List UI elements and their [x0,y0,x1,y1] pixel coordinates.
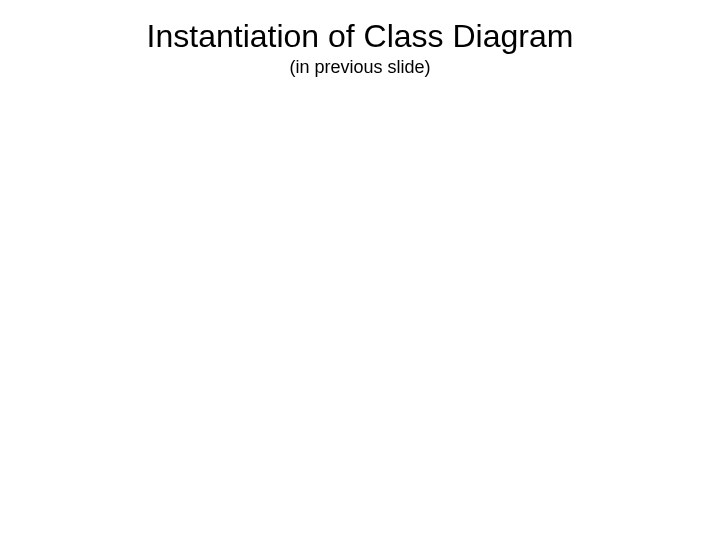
slide-subtitle: (in previous slide) [0,57,720,78]
slide-title: Instantiation of Class Diagram [40,18,680,55]
slide-container: Instantiation of Class Diagram (in previ… [0,0,720,540]
